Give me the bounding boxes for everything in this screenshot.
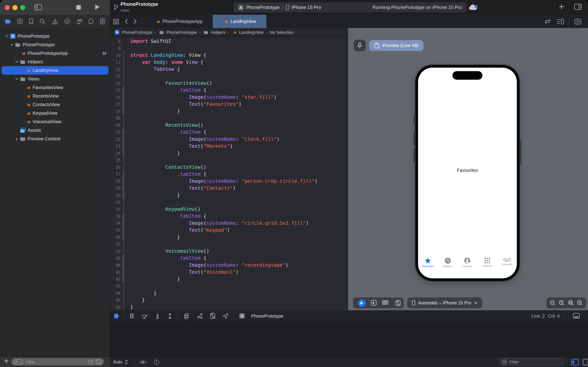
fold-ribbon[interactable] (123, 73, 125, 80)
breadcrumb-item-phoneprototype[interactable]: PhonePrototype (159, 30, 197, 35)
file-tree-item-voicemailview[interactable]: VoicemailView (0, 117, 110, 126)
fold-ribbon[interactable] (123, 185, 125, 192)
fold-ribbon[interactable] (123, 241, 125, 248)
minimap-icon[interactable] (556, 18, 564, 24)
phone-tab-recents[interactable]: Recents (438, 257, 458, 273)
zoom-fit-icon[interactable] (568, 300, 574, 306)
code-line-18[interactable]: 18 } (110, 108, 348, 115)
device-settings-button[interactable] (392, 297, 404, 308)
simulate-location-icon[interactable] (222, 313, 229, 319)
zoom-out-icon[interactable] (549, 300, 556, 306)
chevron-down-icon[interactable] (9, 43, 14, 46)
related-items-icon[interactable] (113, 18, 119, 24)
debug-session-app[interactable]: PhonePrototype (236, 313, 283, 319)
run-button[interactable] (94, 4, 100, 10)
code-line-34[interactable]: 34 Image(systemName: "circle.grid.3x3.fi… (110, 220, 348, 227)
toggle-right-panel-icon[interactable] (583, 359, 588, 365)
fold-ribbon[interactable] (123, 136, 125, 143)
phone-tab-favourites[interactable]: Favourites (418, 257, 438, 273)
fold-ribbon[interactable] (123, 297, 125, 304)
code-line-32[interactable]: 32 KeypadView() (110, 206, 348, 213)
code-line-35[interactable]: 35 Text("Keypad") (110, 227, 348, 234)
scheme-selector[interactable]: PhonePrototype 〉 iPhone 15 Pro Running P… (233, 2, 467, 12)
fold-ribbon[interactable] (123, 87, 125, 94)
code-line-8[interactable]: 8import SwiftUI (110, 38, 348, 45)
fold-ribbon[interactable] (123, 178, 125, 185)
code-line-14[interactable]: 14 FavouritesView() (110, 80, 348, 87)
zoom-100-icon[interactable] (559, 300, 565, 306)
editor-tab-landingview[interactable]: LandingView (213, 15, 266, 28)
file-tree-item-phoneprototypeapp[interactable]: PhonePrototypeAppM (0, 49, 110, 58)
phone-tab-keypad[interactable]: Keypad (477, 257, 497, 273)
chevron-down-icon[interactable] (14, 78, 19, 80)
fold-ribbon[interactable] (123, 269, 125, 276)
console-scope-control[interactable]: Auto (113, 357, 159, 367)
pause-icon[interactable] (130, 313, 134, 319)
navigator-source-control-icon[interactable] (17, 18, 23, 25)
run-destination[interactable]: iPhone 15 Pro (292, 5, 321, 10)
debug-console[interactable] (110, 322, 588, 356)
fold-ribbon[interactable] (123, 227, 125, 234)
file-tree-item-views[interactable]: Views (0, 75, 110, 83)
code-line-28[interactable]: 28 Image(systemName: "person.crop.circle… (110, 178, 348, 185)
minimize-window-button[interactable] (12, 5, 17, 10)
navigator-reports-icon[interactable] (100, 18, 105, 25)
fold-ribbon[interactable] (123, 108, 125, 115)
add-editor-split-icon[interactable] (574, 18, 581, 24)
navigator-tests-icon[interactable] (64, 18, 70, 25)
chevron-down-icon[interactable] (4, 35, 9, 37)
code-line-45[interactable]: 45 } (110, 297, 348, 304)
code-line-29[interactable]: 29 Text("Contacts") (110, 185, 348, 192)
code-line-15[interactable]: 15 .tabItem { (110, 87, 348, 94)
breadcrumb-item-phoneprototype[interactable]: PhonePrototype (114, 30, 152, 35)
info-icon[interactable] (153, 359, 159, 365)
fold-ribbon[interactable] (123, 94, 125, 101)
preview-tab-button[interactable]: Preview (Line 48) (369, 40, 424, 51)
code-line-16[interactable]: 16 Image(systemName: "star.fill") (110, 94, 348, 101)
file-tree-item-phoneprototype[interactable]: PhonePrototype (0, 41, 110, 49)
file-tree-item-helpers[interactable]: Helpers (0, 58, 110, 66)
code-line-12[interactable]: 12 TabView { (110, 66, 348, 73)
chevron-right-icon[interactable] (14, 137, 19, 141)
env-overrides-icon[interactable] (210, 313, 215, 319)
fold-ribbon[interactable] (123, 122, 125, 129)
file-tree-item-keypadview[interactable]: KeypadView (0, 109, 110, 117)
fold-ribbon[interactable] (123, 52, 125, 59)
toggle-debug-area-icon[interactable] (573, 313, 580, 319)
code-line-42[interactable]: 42 } (110, 276, 348, 283)
navigator-project-icon[interactable] (5, 19, 11, 24)
code-line-21[interactable]: 21 .tabItem { (110, 129, 348, 136)
fold-ribbon[interactable] (123, 283, 125, 290)
fold-ribbon[interactable] (123, 276, 125, 283)
fold-ribbon[interactable] (123, 248, 125, 255)
fold-ribbon[interactable] (123, 206, 125, 213)
add-tab-icon[interactable] (558, 3, 565, 10)
selectable-mode-icon[interactable] (371, 300, 377, 306)
code-line-11[interactable]: 11 var body: some View { (110, 59, 348, 66)
variants-mode-icon[interactable] (382, 300, 389, 306)
swap-editors-icon[interactable] (544, 19, 551, 24)
code-line-36[interactable]: 36 } (110, 234, 348, 241)
step-into-icon[interactable] (155, 313, 160, 319)
code-line-40[interactable]: 40 Image(systemName: "recordingtape") (110, 262, 348, 269)
view-hierarchy-icon[interactable] (183, 313, 190, 319)
code-line-44[interactable]: 44 } (110, 290, 348, 297)
code-line-37[interactable]: 37 (110, 241, 348, 248)
code-line-23[interactable]: 23 Text("Recents") (110, 143, 348, 150)
code-line-31[interactable]: 31 (110, 199, 348, 206)
fold-ribbon[interactable] (123, 255, 125, 262)
fold-ribbon[interactable] (123, 164, 125, 171)
file-tree-item-assets[interactable]: Assets (0, 126, 110, 134)
fold-ribbon[interactable] (123, 213, 125, 220)
fold-ribbon[interactable] (123, 80, 125, 87)
file-tree-item-contactsview[interactable]: ContactsView (0, 100, 110, 109)
navigator-debug-gauge-icon[interactable] (76, 18, 83, 25)
navigator-filter-field[interactable]: Filter (11, 358, 104, 366)
file-tree-item-preview-content[interactable]: Preview Content (0, 134, 110, 143)
zoom-in-icon[interactable] (577, 300, 583, 306)
breadcrumb-item-helpers[interactable]: Helpers (203, 30, 226, 35)
code-line-26[interactable]: 26 ContactsView() (110, 164, 348, 171)
file-tree-item-phoneprototype[interactable]: PhonePrototype (0, 32, 110, 41)
navigator-issues-icon[interactable] (51, 18, 58, 24)
scheme-name[interactable]: PhonePrototype (246, 5, 280, 10)
